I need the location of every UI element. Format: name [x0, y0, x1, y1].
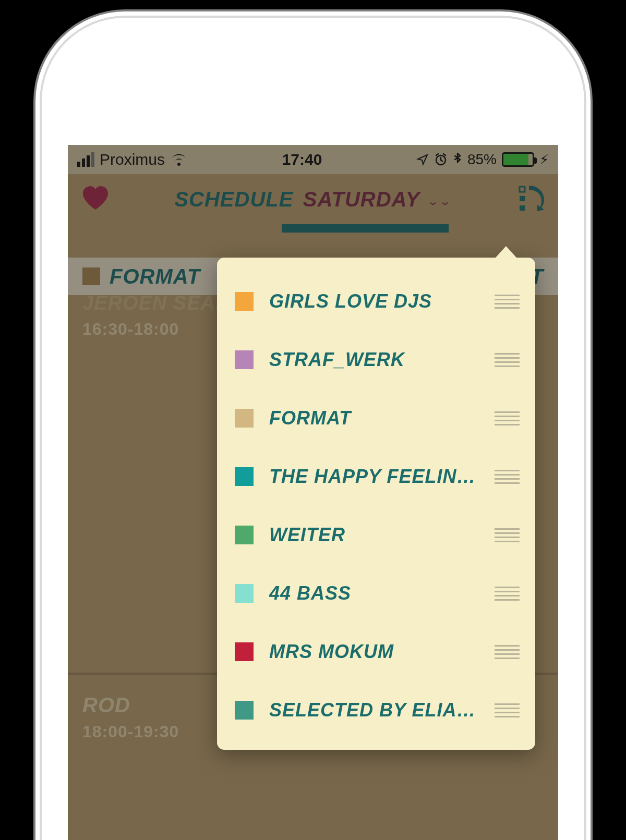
carrier-label: Proximus: [100, 151, 165, 168]
status-bar: Proximus 17:40 85%: [68, 145, 558, 174]
stage-list-item[interactable]: GIRLS LOVE DJS: [217, 272, 535, 331]
stage-name-label: WEITER: [269, 524, 479, 546]
color-swatch: [235, 642, 254, 661]
wifi-icon: [170, 153, 188, 166]
favorites-button[interactable]: [81, 186, 110, 213]
svg-rect-3: [520, 205, 525, 211]
location-icon: [416, 153, 429, 166]
battery-percentage: 85%: [467, 151, 497, 168]
stage-column-label: FORMAT: [110, 265, 200, 288]
stage-list-item[interactable]: WEITER: [217, 506, 535, 564]
color-swatch: [235, 701, 254, 720]
stage-list-item[interactable]: 44 BASS: [217, 564, 535, 623]
color-swatch: [235, 467, 254, 486]
drag-handle-icon[interactable]: [495, 470, 520, 484]
header-underline: [282, 224, 449, 233]
drag-handle-icon[interactable]: [495, 703, 520, 717]
statusbar-time: 17:40: [188, 151, 416, 168]
drag-handle-icon[interactable]: [495, 645, 520, 659]
stage-list-popover: GIRLS LOVE DJS STRAF_WERK FORMAT THE HAP…: [217, 258, 535, 750]
alarm-icon: [434, 153, 448, 166]
signal-icon: [77, 152, 94, 167]
stage-name-label: MRS MOKUM: [269, 641, 479, 663]
stage-name-label: 44 BASS: [269, 582, 479, 604]
stage-list-item[interactable]: STRAF_WERK: [217, 331, 535, 389]
color-swatch: [235, 350, 254, 369]
charging-icon: ⚡︎: [539, 152, 549, 168]
drag-handle-icon[interactable]: [495, 587, 520, 601]
stage-list-item[interactable]: MRS MOKUM: [217, 623, 535, 681]
stage-name-label: FORMAT: [269, 407, 479, 429]
header-title-day: SATURDAY: [303, 188, 420, 211]
stage-list-item[interactable]: FORMAT: [217, 389, 535, 447]
stage-list-item[interactable]: THE HAPPY FEELINGS: [217, 447, 535, 506]
stage-name-label: STRAF_WERK: [269, 349, 479, 371]
color-swatch: [235, 292, 254, 311]
app-header: SCHEDULE SATURDAY ⌄⌄: [68, 174, 558, 224]
chevron-down-icon: ⌄⌄: [427, 195, 451, 207]
header-title[interactable]: SCHEDULE SATURDAY ⌄⌄: [120, 188, 505, 211]
stage-color-swatch: [82, 267, 100, 285]
header-title-schedule: SCHEDULE: [174, 188, 293, 211]
stage-reorder-button[interactable]: [515, 184, 545, 215]
stage-name-label: THE HAPPY FEELINGS: [269, 466, 479, 488]
phone-frame: Proximus 17:40 85%: [42, 18, 584, 840]
color-swatch: [235, 584, 254, 603]
drag-handle-icon[interactable]: [495, 353, 520, 367]
stage-name-label: GIRLS LOVE DJS: [269, 290, 479, 312]
color-swatch: [235, 526, 254, 544]
stage-list-item[interactable]: SELECTED BY ELIAS MAZ...: [217, 681, 535, 739]
color-swatch: [235, 409, 254, 428]
bluetooth-icon: [453, 152, 462, 167]
drag-handle-icon[interactable]: [495, 295, 520, 309]
stage-name-label: SELECTED BY ELIAS MAZ...: [269, 699, 479, 721]
drag-handle-icon[interactable]: [495, 411, 520, 425]
drag-handle-icon[interactable]: [495, 528, 520, 542]
battery-icon: [502, 152, 534, 167]
app-screen: Proximus 17:40 85%: [68, 145, 558, 840]
svg-rect-1: [520, 187, 525, 192]
svg-rect-2: [520, 196, 525, 201]
